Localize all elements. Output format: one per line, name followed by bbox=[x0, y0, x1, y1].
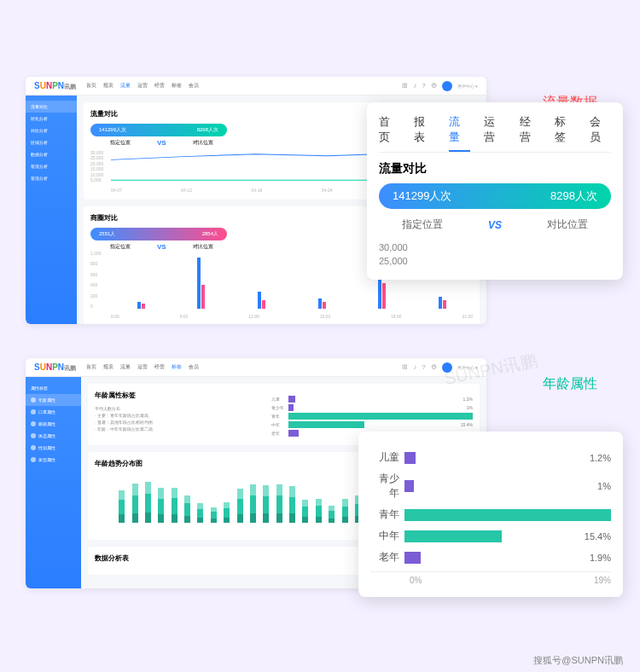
nav-item[interactable]: 首页 bbox=[86, 363, 96, 371]
age-bar-row: 青年 bbox=[370, 507, 611, 522]
tab[interactable]: 报表 bbox=[414, 114, 435, 145]
tag-icon bbox=[31, 445, 36, 450]
nav-item[interactable]: 流量 bbox=[120, 363, 131, 371]
sidebar: 流量对比 转化分析 对比分析 区域分析 数据分析 客流分析 客流分析 bbox=[26, 96, 77, 324]
logo: SUNPN讯鹏 bbox=[34, 362, 76, 373]
avatar[interactable] bbox=[442, 81, 452, 91]
top-nav: 首页 报表 流量 运营 经营 标签 会员 bbox=[86, 82, 199, 90]
compare-pill: 2551人 2854人 bbox=[90, 228, 227, 240]
nav-item[interactable]: 会员 bbox=[189, 363, 199, 371]
nav-item[interactable]: 经营 bbox=[154, 363, 165, 371]
sidebar-item[interactable]: 属性标签 bbox=[26, 382, 81, 394]
grid-icon[interactable]: ⊞ bbox=[402, 363, 408, 371]
nav-item[interactable]: 经营 bbox=[154, 82, 165, 90]
nav-item[interactable]: 报表 bbox=[103, 363, 113, 371]
x-tick: 0% bbox=[410, 576, 422, 585]
nav-item[interactable]: 运营 bbox=[137, 82, 148, 90]
desc-line: 平均人数分布 bbox=[95, 405, 263, 412]
nav-item[interactable]: 报表 bbox=[103, 82, 113, 90]
tab[interactable]: 标签 bbox=[555, 114, 576, 145]
sidebar-item[interactable]: 体态属性 bbox=[26, 430, 81, 442]
left-label: 指定位置 bbox=[402, 217, 443, 232]
tag-icon bbox=[31, 457, 36, 462]
callout-title: 流量对比 bbox=[379, 161, 611, 177]
sidebar-item[interactable]: 发型属性 bbox=[26, 454, 81, 466]
vs-icon: VS bbox=[157, 139, 166, 147]
left-value: 141299人次 bbox=[393, 188, 451, 204]
gear-icon[interactable]: ⚙ bbox=[431, 82, 437, 90]
callout-age: 儿童1.2%青少年1%青年中年15.4%老年1.9% 0% 19% bbox=[358, 432, 623, 597]
grid-icon[interactable]: ⊞ bbox=[402, 82, 408, 90]
tab[interactable]: 首页 bbox=[379, 114, 400, 145]
sidebar-item[interactable]: 客流分析 bbox=[26, 160, 77, 172]
left-value: 141299人次 bbox=[99, 126, 126, 134]
age-label: 中年 bbox=[370, 529, 404, 543]
vs-icon: VS bbox=[157, 243, 166, 251]
footer-credit: 搜狐号@SUNPN讯鹏 bbox=[533, 654, 623, 667]
nav-item[interactable]: 会员 bbox=[189, 82, 199, 90]
desc-line: · 显著：其他年段占比相对均衡 bbox=[95, 419, 263, 426]
age-value: 1.2% bbox=[590, 453, 611, 463]
sidebar-item[interactable]: 客流分析 bbox=[26, 172, 77, 184]
tag-icon bbox=[31, 433, 36, 438]
gear-icon[interactable]: ⚙ bbox=[431, 363, 437, 371]
age-value: 1.9% bbox=[590, 553, 611, 563]
sidebar-item[interactable]: 性别属性 bbox=[26, 442, 81, 454]
header: SUNPN讯鹏 首页 报表 流量 运营 经营 标签 会员 ⊞ ♪ ? ⚙ 用户中… bbox=[26, 77, 486, 96]
tab[interactable]: 经营 bbox=[520, 114, 541, 145]
bell-icon[interactable]: ♪ bbox=[413, 82, 416, 90]
help-icon[interactable]: ? bbox=[422, 82, 425, 90]
nav-item[interactable]: 标签 bbox=[172, 82, 182, 90]
avatar[interactable] bbox=[442, 362, 452, 373]
bell-icon[interactable]: ♪ bbox=[413, 363, 416, 371]
x-axis: 0% 19% bbox=[370, 571, 611, 585]
tab[interactable]: 运营 bbox=[484, 114, 505, 145]
sidebar-item[interactable]: 转化分析 bbox=[26, 113, 77, 125]
sidebar-item[interactable]: 年龄属性 bbox=[26, 394, 81, 406]
right-label: 对比位置 bbox=[547, 217, 588, 232]
sidebar-item[interactable]: 区域分析 bbox=[26, 136, 77, 148]
y-tick: 30,000 bbox=[379, 240, 611, 254]
x-tick: 19% bbox=[594, 576, 611, 585]
compare-pill: 141299人次 8298人次 bbox=[90, 124, 227, 136]
y-tick: 25,000 bbox=[379, 254, 611, 268]
user-menu[interactable]: 用户中心 ▾ bbox=[457, 365, 478, 370]
logo: SUNPN讯鹏 bbox=[34, 81, 76, 91]
nav-item[interactable]: 首页 bbox=[86, 82, 96, 90]
age-bar-row: 青少年1% bbox=[370, 472, 611, 501]
age-label: 儿童 bbox=[370, 450, 404, 465]
sidebar-item[interactable]: 对比分析 bbox=[26, 125, 77, 136]
top-nav: 首页 报表 流量 运营 经营 标签 会员 bbox=[86, 363, 199, 371]
tab[interactable]: 流量 bbox=[449, 114, 470, 152]
tag-icon bbox=[31, 421, 36, 426]
nav-item[interactable]: 流量 bbox=[120, 82, 131, 90]
tab[interactable]: 会员 bbox=[590, 114, 611, 145]
header: SUNPN讯鹏 首页 报表 流量 运营 经营 标签 会员 ⊞ ♪ ? ⚙ 用户中… bbox=[26, 358, 486, 377]
age-bar-row: 儿童1.2% bbox=[370, 450, 611, 465]
age-label: 青少年 bbox=[370, 472, 404, 501]
age-bar-row: 中年15.4% bbox=[370, 529, 611, 543]
nav-item[interactable]: 标签 bbox=[172, 363, 182, 371]
header-icons: ⊞ ♪ ? ⚙ 用户中心 ▾ bbox=[402, 362, 478, 373]
sidebar-item[interactable]: 流量对比 bbox=[26, 101, 77, 113]
vs-icon: VS bbox=[488, 219, 502, 231]
sidebar-item[interactable]: 眼镜属性 bbox=[26, 418, 81, 430]
right-value: 8298人次 bbox=[550, 188, 597, 204]
sidebar-item[interactable]: 口罩属性 bbox=[26, 406, 81, 418]
left-value: 2551人 bbox=[99, 230, 115, 238]
right-label: 对比位置 bbox=[173, 139, 233, 147]
desc-line: · 主要：青年年龄段占比最高 bbox=[95, 412, 263, 419]
right-value: 2854人 bbox=[202, 230, 218, 238]
age-value: 1% bbox=[597, 481, 611, 491]
compare-pill: 141299人次 8298人次 bbox=[379, 183, 611, 209]
user-menu[interactable]: 用户中心 ▾ bbox=[457, 84, 478, 89]
callout-traffic: 首页 报表 流量 运营 经营 标签 会员 流量对比 141299人次 8298人… bbox=[367, 102, 623, 280]
help-icon[interactable]: ? bbox=[422, 363, 425, 371]
tag-icon bbox=[31, 409, 36, 414]
sidebar-item[interactable]: 数据分析 bbox=[26, 148, 77, 160]
right-value: 8298人次 bbox=[197, 126, 218, 134]
age-label: 老年 bbox=[370, 550, 404, 565]
callout-tabs: 首页 报表 流量 运营 经营 标签 会员 bbox=[379, 114, 611, 153]
section-label-age: 年龄属性 bbox=[543, 375, 597, 393]
nav-item[interactable]: 运营 bbox=[137, 363, 148, 371]
